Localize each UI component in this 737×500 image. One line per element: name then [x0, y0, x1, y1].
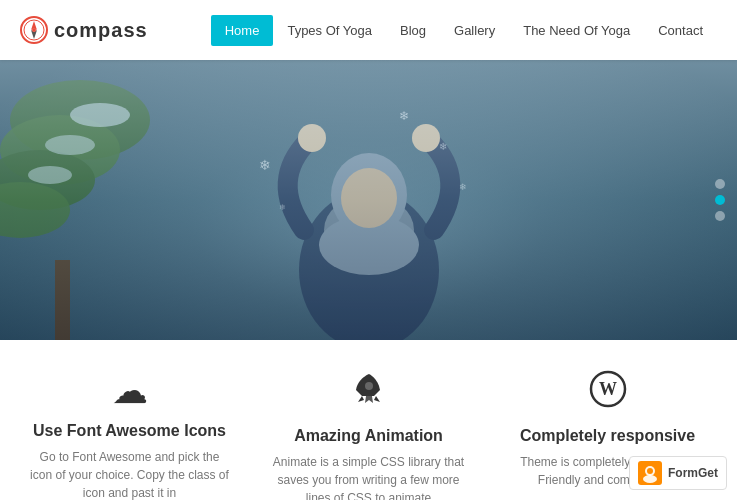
feature-animation: Amazing Animation Animate is a simple CS… — [249, 360, 488, 500]
header: compass Home Types Of Yoga Blog Gallery … — [0, 0, 737, 60]
svg-point-10 — [45, 135, 95, 155]
svg-point-4 — [32, 28, 36, 32]
svg-text:❄: ❄ — [439, 141, 447, 152]
page-wrapper: compass Home Types Of Yoga Blog Gallery … — [0, 0, 737, 500]
svg-point-25 — [365, 382, 373, 390]
logo-text: compass — [54, 19, 148, 42]
nav-item-need-of-yoga[interactable]: The Need Of Yoga — [509, 15, 644, 46]
features-section: ☁ Use Font Awesome Icons Go to Font Awes… — [0, 340, 737, 500]
svg-point-19 — [412, 124, 440, 152]
hero-dot-3[interactable] — [715, 211, 725, 221]
feature-desc-1: Go to Font Awesome and pick the icon of … — [30, 448, 229, 500]
svg-point-31 — [643, 475, 657, 483]
main-nav: Home Types Of Yoga Blog Gallery The Need… — [211, 15, 717, 46]
formget-logo-icon — [638, 461, 662, 485]
compass-logo-icon — [20, 16, 48, 44]
feature-icons: ☁ Use Font Awesome Icons Go to Font Awes… — [10, 360, 249, 500]
wordpress-icon: W — [589, 370, 627, 417]
svg-point-9 — [70, 103, 130, 127]
hero-dots — [715, 179, 725, 221]
svg-text:❄: ❄ — [459, 182, 467, 192]
hero-dot-1[interactable] — [715, 179, 725, 189]
svg-point-17 — [341, 168, 397, 228]
hero-image: ❄ ❄ ❄ ❄ ❄ — [0, 60, 737, 340]
formget-label: FormGet — [668, 466, 718, 480]
nav-item-types-of-yoga[interactable]: Types Of Yoga — [273, 15, 386, 46]
svg-point-32 — [647, 468, 653, 474]
child-svg: ❄ ❄ ❄ ❄ ❄ — [219, 90, 519, 340]
svg-text:W: W — [599, 379, 617, 399]
hero-dot-2[interactable] — [715, 195, 725, 205]
nav-item-blog[interactable]: Blog — [386, 15, 440, 46]
formget-badge[interactable]: FormGet — [629, 456, 727, 490]
svg-text:❄: ❄ — [259, 157, 271, 173]
logo[interactable]: compass — [20, 16, 148, 44]
feature-title-2: Amazing Animation — [294, 427, 443, 445]
hero-section: ❄ ❄ ❄ ❄ ❄ — [0, 60, 737, 340]
feature-desc-2: Animate is a simple CSS library that sav… — [269, 453, 468, 500]
nav-item-contact[interactable]: Contact — [644, 15, 717, 46]
svg-text:❄: ❄ — [279, 203, 286, 212]
svg-text:❄: ❄ — [399, 109, 409, 123]
svg-point-11 — [28, 166, 72, 184]
rocket-icon — [350, 370, 388, 417]
nav-item-home[interactable]: Home — [211, 15, 274, 46]
cloud-icon: ☁ — [112, 370, 148, 412]
svg-rect-12 — [55, 260, 70, 340]
nav-item-gallery[interactable]: Gallery — [440, 15, 509, 46]
feature-title-1: Use Font Awesome Icons — [33, 422, 226, 440]
feature-title-3: Completely responsive — [520, 427, 695, 445]
svg-point-18 — [298, 124, 326, 152]
